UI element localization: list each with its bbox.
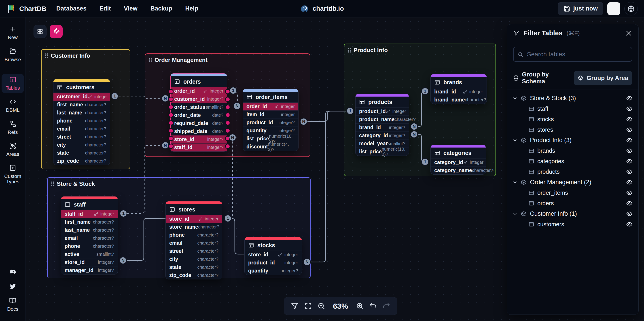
- field-row-city[interactable]: city character?: [54, 141, 110, 149]
- tree-table-stocks[interactable]: stocks: [507, 114, 638, 124]
- eye-icon[interactable]: [626, 221, 632, 228]
- sidebar-item-browse[interactable]: Browse: [2, 46, 24, 65]
- chevron-down-icon[interactable]: [512, 138, 518, 143]
- field-row-list_price[interactable]: list_price numeric(10, 2)?: [356, 148, 409, 156]
- connection-handle[interactable]: [168, 136, 174, 141]
- tree-table-categories[interactable]: categories: [507, 156, 638, 166]
- sidebar-item-custom-types[interactable]: Custom Types: [2, 162, 24, 187]
- field-row-order_status[interactable]: order_status smallint?: [170, 103, 227, 111]
- connection-handle[interactable]: [225, 104, 230, 110]
- group-by-schema-button[interactable]: Group by Schema: [513, 71, 572, 85]
- eye-icon[interactable]: [626, 200, 632, 206]
- sidebar-item-docs[interactable]: Docs: [2, 295, 24, 314]
- frame-button[interactable]: [304, 302, 312, 310]
- table-orders[interactable]: orders order_id integer customer_id inte…: [170, 73, 227, 152]
- sidebar-item-twitter[interactable]: Twitter: [2, 280, 24, 292]
- connection-handle[interactable]: [168, 120, 174, 126]
- zoom-out-button[interactable]: [317, 302, 326, 310]
- table-header[interactable]: customers: [54, 82, 110, 93]
- field-row-email[interactable]: email character?: [166, 239, 222, 247]
- field-row-active[interactable]: active smallint?: [61, 250, 118, 258]
- connection-handle[interactable]: [225, 120, 230, 126]
- table-header[interactable]: order_items: [243, 92, 298, 102]
- menu-databases[interactable]: Databases: [56, 5, 86, 12]
- eye-icon[interactable]: [626, 148, 632, 154]
- field-row-city[interactable]: city character?: [166, 255, 222, 263]
- field-row-email[interactable]: email character?: [61, 234, 118, 242]
- field-row-phone[interactable]: phone character?: [54, 117, 110, 125]
- table-customers[interactable]: customers customer_id integer first_name…: [53, 79, 110, 165]
- field-row-brand_id[interactable]: brand_id integer: [431, 88, 486, 96]
- sidebar-item-tables[interactable]: Tables: [2, 74, 24, 93]
- field-row-first_name[interactable]: first_name character?: [61, 218, 118, 226]
- tree-table-order_items[interactable]: order_items: [507, 188, 638, 198]
- connection-handle[interactable]: [225, 97, 230, 102]
- tree-group-store-stock[interactable]: Store & Stock (3): [507, 93, 638, 104]
- eye-icon[interactable]: [626, 95, 632, 102]
- field-row-customer_id[interactable]: customer_id integer: [54, 93, 110, 101]
- field-row-staff_id[interactable]: staff_id integer: [61, 210, 118, 218]
- field-row-staff_id[interactable]: staff_id integer?: [170, 144, 227, 152]
- field-row-product_id[interactable]: product_id integer: [245, 259, 302, 267]
- tree-table-staff[interactable]: staff: [507, 104, 638, 114]
- tree-table-orders[interactable]: orders: [507, 198, 638, 208]
- field-row-store_id[interactable]: store_id integer: [245, 251, 302, 259]
- field-row-email[interactable]: email character?: [54, 125, 110, 133]
- field-row-quantity[interactable]: quantity integer?: [245, 267, 302, 275]
- field-row-street[interactable]: street character?: [54, 133, 110, 141]
- sidebar-item-refs[interactable]: Refs: [2, 118, 24, 138]
- field-row-order_date[interactable]: order_date date?: [170, 111, 227, 119]
- menu-help[interactable]: Help: [185, 5, 198, 12]
- field-row-manager_id[interactable]: manager_id integer?: [61, 266, 118, 274]
- tree-group-product-info[interactable]: Product Info (3): [507, 135, 638, 146]
- redo-button[interactable]: [382, 302, 391, 310]
- field-row-last_name[interactable]: last_name character?: [61, 226, 118, 234]
- connection-handle[interactable]: [225, 144, 230, 149]
- table-header[interactable]: brands: [431, 77, 486, 88]
- field-row-product_name[interactable]: product_name character?: [356, 116, 409, 124]
- language-button[interactable]: [624, 2, 638, 16]
- field-row-store_name[interactable]: store_name character?: [166, 223, 222, 231]
- field-row-brand_name[interactable]: brand_name character?: [431, 96, 486, 104]
- eye-icon[interactable]: [626, 210, 632, 217]
- menu-backup[interactable]: Backup: [150, 5, 172, 12]
- eye-icon[interactable]: [626, 179, 632, 186]
- zoom-level[interactable]: 63%: [330, 302, 351, 310]
- zoom-in-button[interactable]: [355, 302, 364, 310]
- tree-table-customers[interactable]: customers: [507, 219, 638, 230]
- table-header[interactable]: stores: [166, 204, 222, 215]
- field-row-category_id[interactable]: category_id integer: [431, 158, 486, 166]
- field-row-customer_id[interactable]: customer_id integer?: [170, 95, 227, 103]
- field-row-street[interactable]: street character?: [166, 247, 222, 255]
- field-row-brand_id[interactable]: brand_id integer?: [356, 124, 409, 132]
- close-icon[interactable]: [625, 30, 632, 37]
- field-row-phone[interactable]: phone character?: [61, 242, 118, 250]
- field-row-store_id[interactable]: store_id integer?: [170, 136, 227, 144]
- grid4-button[interactable]: [34, 25, 46, 38]
- table-stores[interactable]: stores store_id integer store_name chara…: [166, 201, 222, 280]
- connection-handle[interactable]: [168, 104, 174, 110]
- connection-handle[interactable]: [168, 128, 174, 133]
- field-row-zip_code[interactable]: zip_code character?: [166, 271, 222, 279]
- field-row-category_name[interactable]: category_name character?: [431, 166, 486, 174]
- table-brands[interactable]: brands brand_id integer brand_name chara…: [430, 74, 487, 104]
- table-products[interactable]: products product_id integer product_name…: [355, 94, 409, 156]
- field-row-category_id[interactable]: category_id integer?: [356, 132, 409, 140]
- connection-handle[interactable]: [225, 128, 230, 133]
- undo-button[interactable]: [368, 302, 378, 310]
- table-staff[interactable]: staff staff_id integer first_name charac…: [61, 196, 118, 274]
- diagram-name[interactable]: chartdb.io: [312, 5, 344, 12]
- table-header[interactable]: categories: [431, 148, 486, 158]
- field-row-state[interactable]: state character?: [54, 149, 110, 157]
- github-button[interactable]: [607, 2, 620, 15]
- table-header[interactable]: products: [356, 96, 409, 108]
- sidebar-item-areas[interactable]: Areas: [2, 140, 24, 160]
- menu-view[interactable]: View: [124, 5, 138, 12]
- eye-icon[interactable]: [626, 137, 632, 144]
- field-row-last_name[interactable]: last_name character?: [54, 109, 110, 117]
- chevron-down-icon[interactable]: [512, 211, 518, 216]
- sidebar-item-new[interactable]: New: [2, 23, 24, 43]
- filter-button[interactable]: [290, 302, 299, 310]
- table-header[interactable]: stocks: [245, 240, 302, 251]
- tree-table-stores[interactable]: stores: [507, 124, 638, 135]
